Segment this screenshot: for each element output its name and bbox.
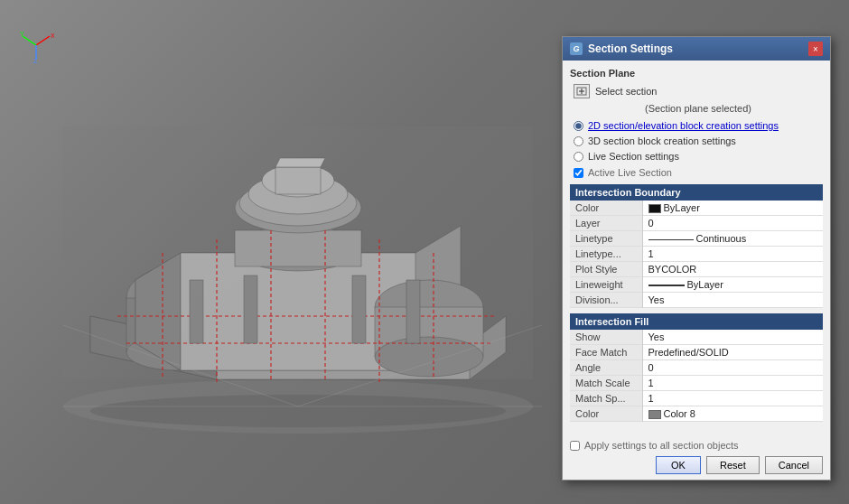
table-row: Angle 0 [570, 360, 823, 376]
prop-name: Layer [570, 216, 642, 231]
dialog-footer: Apply settings to all section objects OK… [563, 434, 830, 480]
prop-value[interactable]: ByLayer [642, 277, 823, 293]
reset-button[interactable]: Reset [706, 456, 760, 474]
prop-value[interactable]: 0 [642, 360, 823, 376]
prop-value[interactable]: Yes [642, 330, 823, 345]
apply-all-label[interactable]: Apply settings to all section objects [584, 440, 739, 451]
table-row: Linetype Continuous [570, 231, 823, 247]
svg-rect-40 [406, 280, 420, 343]
apply-settings-row: Apply settings to all section objects [570, 440, 823, 451]
svg-text:Z: Z [33, 58, 38, 63]
table-row: Match Sp... 1 [570, 391, 823, 406]
active-live-section-label[interactable]: Active Live Section [588, 167, 672, 178]
prop-value[interactable]: ByLayer [642, 201, 823, 216]
prop-value[interactable]: 0 [642, 216, 823, 231]
prop-value[interactable]: Yes [642, 293, 823, 308]
radio-row-2d: 2D section/elevation block creation sett… [570, 119, 823, 132]
axis-indicator: X Y Z [18, 27, 54, 63]
svg-line-1 [23, 36, 36, 45]
select-section-label[interactable]: Select section [595, 86, 657, 97]
radio-3d-label[interactable]: 3D section block creation settings [588, 135, 736, 146]
prop-value[interactable]: Predefined/SOLID [642, 345, 823, 360]
prop-name: Linetype... [570, 247, 642, 262]
prop-name: Lineweight [570, 277, 642, 293]
radio-row-live: Live Section settings [570, 150, 823, 163]
table-row: Match Scale 1 [570, 376, 823, 391]
dialog-titlebar: G Section Settings × [563, 37, 830, 61]
prop-name: Color [570, 406, 642, 422]
svg-text:Y: Y [20, 31, 24, 37]
table-row: Layer 0 [570, 216, 823, 231]
select-section-row: Select section [570, 82, 823, 100]
ok-button[interactable]: OK [656, 456, 701, 474]
table-row: Face Match Predefined/SOLID [570, 345, 823, 360]
select-section-icon[interactable] [574, 84, 590, 98]
dialog-body: Section Plane Select section (Section pl… [563, 61, 830, 434]
radio-3d-section[interactable] [574, 136, 583, 146]
intersection-fill-table: Show Yes Face Match Predefined/SOLID Ang… [570, 330, 823, 422]
table-row: Color Color 8 [570, 406, 823, 422]
prop-value[interactable]: Continuous [642, 231, 823, 247]
dialog-title-left: G Section Settings [570, 42, 673, 55]
table-row: Division... Yes [570, 293, 823, 308]
apply-all-checkbox[interactable] [570, 441, 580, 451]
active-live-section-checkbox[interactable] [574, 168, 583, 178]
svg-marker-36 [275, 158, 325, 167]
prop-value[interactable]: 1 [642, 247, 823, 262]
prop-name: Linetype [570, 231, 642, 247]
svg-rect-37 [190, 280, 203, 343]
table-row: Linetype... 1 [570, 247, 823, 262]
prop-name: Match Scale [570, 376, 642, 391]
prop-name: Angle [570, 360, 642, 376]
dialog-title: Section Settings [588, 42, 673, 55]
prop-name: Show [570, 330, 642, 345]
intersection-boundary-header: Intersection Boundary [570, 184, 823, 201]
prop-name: Face Match [570, 345, 642, 360]
radio-row-3d: 3D section block creation settings [570, 135, 823, 147]
prop-value[interactable]: 1 [642, 376, 823, 391]
svg-rect-19 [235, 230, 361, 266]
dialog-app-icon: G [570, 42, 583, 55]
prop-name: Plot Style [570, 262, 642, 277]
prop-value[interactable]: Color 8 [642, 406, 823, 422]
status-text: (Section plane selected) [570, 103, 823, 114]
svg-rect-38 [244, 275, 257, 343]
prop-name: Division... [570, 293, 642, 308]
dialog-close-button[interactable]: × [808, 42, 823, 56]
table-row: Lineweight ByLayer [570, 277, 823, 293]
table-row: Color ByLayer [570, 201, 823, 216]
active-live-section-row: Active Live Section [570, 166, 823, 179]
radio-live-label[interactable]: Live Section settings [588, 151, 679, 162]
radio-2d-label[interactable]: 2D section/elevation block creation sett… [588, 120, 779, 131]
cancel-button[interactable]: Cancel [765, 456, 823, 474]
radio-2d-section[interactable] [574, 121, 583, 131]
svg-point-41 [90, 395, 506, 427]
svg-rect-35 [275, 167, 321, 194]
intersection-boundary-table: Color ByLayer Layer 0 Linetype Continuou… [570, 201, 823, 308]
radio-group: 2D section/elevation block creation sett… [570, 119, 823, 163]
prop-name: Match Sp... [570, 391, 642, 406]
table-row: Show Yes [570, 330, 823, 345]
section-settings-dialog: G Section Settings × Section Plane Selec… [562, 36, 831, 481]
prop-value[interactable]: BYCOLOR [642, 262, 823, 277]
button-row: OK Reset Cancel [570, 456, 823, 474]
svg-text:X: X [51, 33, 54, 39]
prop-name: Color [570, 201, 642, 216]
radio-live-section[interactable] [574, 152, 583, 162]
prop-value[interactable]: 1 [642, 391, 823, 406]
table-row: Plot Style BYCOLOR [570, 262, 823, 277]
svg-point-26 [375, 337, 483, 377]
intersection-fill-header: Intersection Fill [570, 313, 823, 330]
section-plane-label: Section Plane [570, 68, 823, 79]
model-3d [36, 72, 560, 452]
svg-line-0 [36, 36, 50, 45]
svg-rect-39 [352, 275, 366, 343]
